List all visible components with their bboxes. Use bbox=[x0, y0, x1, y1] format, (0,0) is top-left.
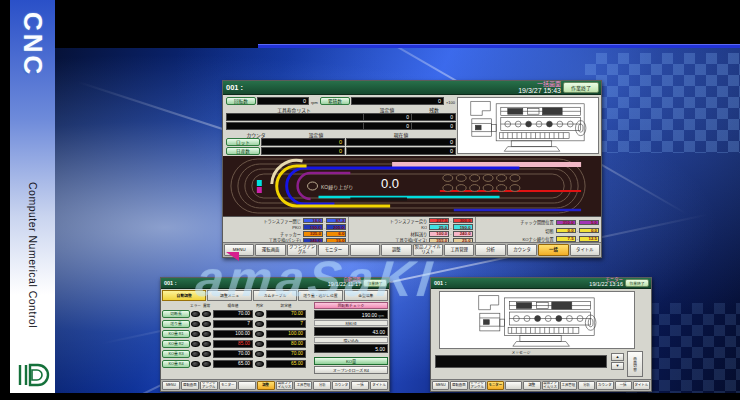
menu-button-blank[interactable] bbox=[350, 244, 380, 256]
material-diameter-value: 43.00 bbox=[314, 327, 388, 336]
menu-button-monitor[interactable]: モニター bbox=[219, 381, 237, 390]
cumulative-unit: ×100 bbox=[445, 100, 456, 105]
judge-lamp-icon bbox=[255, 331, 264, 337]
batch-upper-section: 回転数 0 rpm 累積数 0 ×100 工具寿命リスト 設定値 残数 0 0 bbox=[223, 95, 601, 156]
adjust-row: KO量 R2 85.00 80.00 bbox=[162, 339, 312, 348]
monitor-menu-bar: MENU 運転画面 クランクアングル モニター 調整 製品ファイルリスト 工具管… bbox=[431, 379, 651, 391]
ko-amount-button[interactable]: KO量 bbox=[314, 357, 388, 365]
tab-adjust-menu[interactable]: 調整メニュ bbox=[207, 290, 251, 301]
menu-button-operation[interactable]: 運転画面 bbox=[181, 381, 199, 390]
finish-work-button[interactable]: 作業終了 bbox=[363, 279, 387, 287]
abnormal-lamp-icon bbox=[202, 331, 211, 337]
program-number: 001 : bbox=[223, 83, 518, 92]
judge-lamp-icon bbox=[255, 311, 264, 317]
batch-menu-bar: MENU 運転画面 クランクアングル モニター 調整 製品ファイルリスト 工具管… bbox=[223, 242, 601, 257]
bite-label: 喰い込み bbox=[314, 337, 388, 343]
scroll-up-button[interactable]: ▲ bbox=[611, 353, 624, 361]
cumulative-button[interactable]: 累積数 bbox=[320, 97, 350, 105]
timing-group-1: トランスファー閉じ16.0-87.3 PKO190.0-205.0 チャッカー3… bbox=[223, 217, 349, 244]
bite-value: 5.00 bbox=[314, 344, 388, 353]
open-close-button[interactable]: オープンクローズ R4 bbox=[314, 366, 388, 374]
menu-button-adjust[interactable]: 調整 bbox=[523, 381, 540, 390]
row-label-button[interactable]: 送り量 bbox=[162, 320, 190, 328]
menu-button-tool-management[interactable]: 工具管理 bbox=[560, 381, 577, 390]
lot-button[interactable]: ロット bbox=[226, 138, 260, 146]
title-underline bbox=[258, 44, 740, 48]
rotation-button[interactable]: 回転数 bbox=[226, 97, 256, 105]
menu-button-analysis[interactable]: 分析 bbox=[313, 381, 331, 390]
menu-button-menu[interactable]: MENU bbox=[432, 381, 449, 390]
company-logo-icon bbox=[16, 359, 50, 389]
slide-canvas: CNC Computer Numerical Control amaSaKI 0… bbox=[0, 0, 740, 400]
menu-button-adjust[interactable]: 調整 bbox=[257, 381, 275, 390]
menu-button-counter[interactable]: カウンタ bbox=[507, 244, 537, 256]
datetime-label: 19/1/22 13:16 bbox=[589, 282, 623, 288]
menu-button-operation[interactable]: 運転画面 bbox=[450, 381, 467, 390]
menu-button-title[interactable]: タイトル bbox=[370, 381, 388, 390]
counter-row-lot: ロット 0 0 bbox=[226, 138, 456, 146]
daily-count-button[interactable]: 日産数 bbox=[226, 147, 260, 155]
batch-header: 001 : 一括画面 19/3/27 15:43 作業終了 bbox=[223, 81, 601, 95]
row-label-button[interactable]: KO量 R1 bbox=[162, 330, 190, 338]
message-bar bbox=[435, 355, 607, 368]
rotation-unit: rpm bbox=[310, 100, 319, 105]
menu-button-product-files[interactable]: 製品ファイルリスト bbox=[542, 381, 559, 390]
menu-button-analysis[interactable]: 分析 bbox=[475, 244, 505, 256]
adjust-table-header: エラー 異常 現在値 判定 設定値 bbox=[162, 302, 312, 309]
tab-die-edit[interactable]: 金型編集 bbox=[344, 290, 388, 301]
menu-button-batch[interactable]: 一括 bbox=[351, 381, 369, 390]
menu-button-adjust[interactable]: 調整 bbox=[381, 244, 411, 256]
abnormal-lamp-icon bbox=[202, 321, 211, 327]
menu-button-crank-angle[interactable]: クランクアングル bbox=[469, 381, 486, 390]
menu-button-title[interactable]: タイトル bbox=[570, 244, 600, 256]
adjust-tabs: 自動調整 調整メニュ カムテーブル 送り量・逃がし位置 金型編集 bbox=[162, 290, 388, 301]
monitor-header: 001 : モニター 19/1/22 13:16 作業終了 bbox=[431, 278, 651, 289]
finish-work-button[interactable]: 作業終了 bbox=[563, 82, 599, 93]
menu-button-product-files[interactable]: 製品ファイルリスト bbox=[413, 244, 443, 256]
timing-group-3: チャック開閉位置310.0-5.0 切断0.0-0.0 KOナシ繰り位置7.5-… bbox=[476, 217, 601, 244]
adjust-row: KO量 R3 70.00 70.00 bbox=[162, 349, 312, 358]
error-lamp-icon bbox=[191, 321, 200, 327]
menu-button-blank[interactable] bbox=[505, 381, 522, 390]
menu-button-product-files[interactable]: 製品ファイルリスト bbox=[276, 381, 294, 390]
menu-button-monitor[interactable]: モニター bbox=[487, 381, 504, 390]
menu-button-tool-management[interactable]: 工具管理 bbox=[294, 381, 312, 390]
row-label-button[interactable]: KO量 R3 bbox=[162, 350, 190, 358]
row-label-button[interactable]: KO量 R2 bbox=[162, 340, 190, 348]
menu-button-monitor[interactable]: モニター bbox=[318, 244, 348, 256]
abnormal-lamp-icon bbox=[202, 351, 211, 357]
program-number: 001 : bbox=[431, 280, 589, 286]
error-lamp-icon bbox=[191, 351, 200, 357]
row-label-button[interactable]: KO量 R4 bbox=[162, 360, 190, 368]
adjust-table: エラー 異常 現在値 判定 設定値 切断長 70.00 70.00 送り量 7 bbox=[162, 302, 312, 378]
scroll-down-button[interactable]: ▼ bbox=[611, 362, 624, 370]
menu-button-analysis[interactable]: 分析 bbox=[578, 381, 595, 390]
menu-button-blank[interactable] bbox=[238, 381, 256, 390]
menu-button-menu[interactable]: MENU bbox=[162, 381, 180, 390]
tab-feed-relief[interactable]: 送り量・逃がし位置 bbox=[298, 290, 342, 301]
tab-auto-adjust[interactable]: 自動調整 bbox=[162, 290, 206, 301]
menu-button-counter[interactable]: カウンタ bbox=[596, 381, 613, 390]
menu-button-operation[interactable]: 運転画面 bbox=[255, 244, 285, 256]
row-label-button[interactable]: 切断長 bbox=[162, 310, 190, 318]
finish-work-button[interactable]: 作業終了 bbox=[625, 279, 649, 287]
track-center-label: KO繰り上がり bbox=[321, 183, 353, 190]
menu-button-batch[interactable]: 一括 bbox=[538, 244, 568, 256]
menu-button-crank-angle[interactable]: クランクアングル bbox=[287, 244, 317, 256]
menu-button-batch[interactable]: 一括 bbox=[615, 381, 632, 390]
datetime-label: 19/1/22 11:17 bbox=[328, 282, 361, 288]
cam-track-graphic bbox=[223, 156, 601, 216]
cnc-vertical-subtitle: Computer Numerical Control bbox=[27, 182, 39, 328]
machine-cad-drawing bbox=[440, 292, 634, 348]
error-lamp-icon bbox=[191, 311, 200, 317]
menu-button-counter[interactable]: カウンタ bbox=[332, 381, 350, 390]
cnc-vertical-title: CNC bbox=[17, 12, 48, 77]
menu-button-crank-angle[interactable]: クランクアングル bbox=[200, 381, 218, 390]
menu-button-title[interactable]: タイトル bbox=[633, 381, 650, 390]
menu-button-tool-management[interactable]: 工具管理 bbox=[444, 244, 474, 256]
tab-cam-table[interactable]: カムテーブル bbox=[253, 290, 297, 301]
monitor-screen-panel: 001 : モニター 19/1/22 13:16 作業終了 メッセージ ▲ ▼ … bbox=[430, 277, 652, 392]
error-lamp-icon bbox=[191, 361, 200, 367]
machine-drawing-box bbox=[457, 97, 599, 154]
screen-switch-button[interactable]: 画面切替 bbox=[627, 351, 643, 377]
